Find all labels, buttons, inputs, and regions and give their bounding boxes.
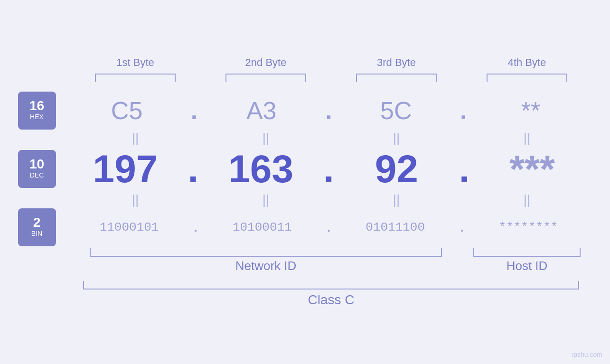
bracket-cell-1 [70, 74, 201, 82]
dec-dot-3: . [459, 147, 470, 191]
hex-val-2: A3 [246, 97, 277, 124]
class-section: Class C [70, 281, 592, 308]
bin-byte2: 10100011 [198, 220, 326, 234]
bracket-cell-3 [331, 74, 462, 82]
eq-1-3: || [331, 130, 462, 147]
hex-dot-1: . [191, 96, 197, 125]
host-bracket [473, 248, 581, 257]
hex-base-label: HEX [30, 112, 44, 122]
bin-byte1: 11000101 [66, 220, 193, 234]
host-bracket-container [462, 248, 592, 257]
class-label: Class C [70, 292, 592, 308]
watermark: ipshu.com [572, 351, 602, 358]
dec-base-number: 10 [29, 158, 44, 171]
bin-base-label: BIN [31, 229, 42, 239]
dec-byte2: 163 [201, 147, 321, 191]
bin-val-2: 10100011 [233, 220, 292, 234]
bottom-brackets [70, 248, 592, 257]
hex-val-1: C5 [111, 97, 142, 124]
hex-badge: 16 HEX [18, 92, 56, 130]
bracket-top-3 [356, 74, 437, 82]
bracket-cell-2 [201, 74, 331, 82]
hex-dot-3: . [460, 96, 467, 125]
hex-base-number: 16 [29, 99, 44, 112]
eq-1-2: || [201, 130, 331, 147]
top-brackets [70, 74, 592, 82]
hex-byte3: 5C [335, 96, 458, 125]
byte-headers: 1st Byte 2nd Byte 3rd Byte 4th Byte [70, 56, 592, 69]
eq-2-1: || [70, 191, 201, 208]
bin-dot-3: . [460, 220, 463, 235]
byte-header-2: 2nd Byte [201, 56, 331, 69]
bin-val-1: 11000101 [100, 220, 159, 234]
dec-byte4: *** [472, 147, 592, 191]
hex-byte2: A3 [200, 96, 323, 125]
hex-values: C5 . A3 . 5C . ** [66, 96, 592, 125]
hex-row: 16 HEX C5 . A3 . 5C . ** [18, 92, 592, 130]
bin-values: 11000101 . 10100011 . 01011100 . *******… [66, 220, 592, 235]
byte-header-4: 4th Byte [462, 56, 592, 69]
network-bracket [90, 248, 442, 257]
bin-base-number: 2 [33, 216, 41, 229]
eq-1-1: || [70, 130, 201, 147]
main-container: 1st Byte 2nd Byte 3rd Byte 4th Byte 16 H… [0, 0, 610, 364]
bin-byte4: ******** [464, 220, 592, 234]
dec-val-1: 197 [93, 147, 158, 190]
class-bracket [83, 281, 579, 289]
equals-row-2: || || || || [70, 191, 592, 208]
dec-dot-1: . [188, 147, 198, 191]
bottom-section: Network ID Host ID [70, 248, 592, 273]
bracket-top-2 [225, 74, 306, 82]
dec-badge: 10 DEC [18, 150, 56, 188]
bin-row: 2 BIN 11000101 . 10100011 . 01011100 . *… [18, 208, 592, 246]
dec-val-4: *** [509, 147, 555, 190]
bracket-top-1 [95, 74, 176, 82]
id-labels: Network ID Host ID [70, 259, 592, 273]
eq-2-2: || [201, 191, 331, 208]
bin-byte3: 01011100 [331, 220, 459, 234]
hex-dot-2: . [325, 96, 332, 125]
network-id-label: Network ID [70, 259, 462, 273]
dec-row: 10 DEC 197 . 163 . 92 . *** [18, 147, 592, 191]
bracket-top-4 [487, 74, 567, 82]
dec-base-label: DEC [30, 171, 44, 180]
dec-val-2: 163 [228, 147, 293, 190]
dec-byte3: 92 [337, 147, 457, 191]
hex-byte4: ** [469, 96, 592, 125]
eq-1-4: || [462, 130, 592, 147]
dec-values: 197 . 163 . 92 . *** [66, 147, 592, 191]
bin-val-3: 01011100 [366, 220, 425, 234]
eq-2-3: || [331, 191, 462, 208]
class-bracket-container [70, 281, 592, 289]
byte-header-3: 3rd Byte [331, 56, 462, 69]
network-bracket-container [70, 248, 462, 257]
hex-val-4: ** [521, 97, 540, 124]
bracket-cell-4 [462, 74, 592, 82]
byte-header-1: 1st Byte [70, 56, 201, 69]
dec-dot-2: . [323, 147, 334, 191]
bin-badge: 2 BIN [18, 208, 56, 246]
hex-val-3: 5C [380, 97, 412, 124]
dec-val-3: 92 [375, 147, 418, 190]
bin-dot-1: . [194, 220, 197, 235]
bin-val-4: ******** [499, 220, 558, 234]
host-id-label: Host ID [462, 259, 592, 273]
eq-2-4: || [462, 191, 592, 208]
equals-row-1: || || || || [70, 130, 592, 147]
hex-byte1: C5 [66, 96, 188, 125]
dec-byte1: 197 [66, 147, 186, 191]
bin-dot-2: . [327, 220, 330, 235]
